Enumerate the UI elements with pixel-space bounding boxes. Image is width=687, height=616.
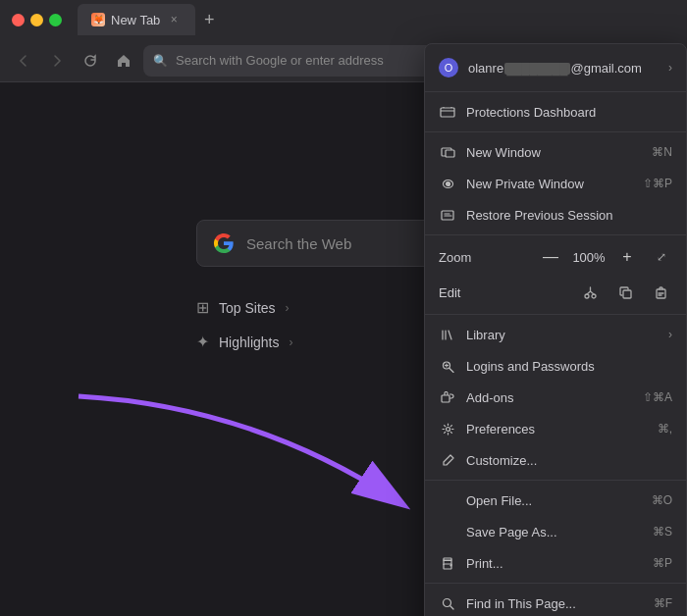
top-sites-arrow: › <box>286 301 290 315</box>
open-file-shortcut: ⌘O <box>652 493 672 507</box>
top-sites-icon: ⊞ <box>196 298 209 317</box>
library-section: Library › Logins and Passwords A <box>425 315 686 481</box>
zoom-out-button[interactable]: — <box>539 245 562 269</box>
save-page-icon <box>439 523 456 540</box>
addons-icon <box>439 388 456 406</box>
new-window-item[interactable]: New Window ⌘N <box>425 136 686 168</box>
edit-row: Edit <box>425 275 686 310</box>
restore-session-item[interactable]: Restore Previous Session <box>425 199 686 231</box>
tab-bar: 🦊 New Tab × + <box>78 4 675 35</box>
svg-point-24 <box>443 598 450 606</box>
save-page-shortcut: ⌘S <box>653 525 672 539</box>
print-item[interactable]: Print... ⌘P <box>425 547 686 579</box>
zoom-label: Zoom <box>439 250 539 265</box>
find-in-page-label: Find in This Page... <box>466 596 644 611</box>
new-private-window-shortcut: ⇧⌘P <box>643 177 672 190</box>
open-file-icon <box>439 491 456 509</box>
library-item[interactable]: Library › <box>425 319 686 350</box>
zoom-controls: — 100% + ⤢ <box>539 245 672 269</box>
restore-icon <box>439 206 456 224</box>
svg-rect-16 <box>623 290 631 298</box>
back-icon <box>17 54 30 68</box>
titlebar: 🦊 New Tab × + <box>0 0 687 39</box>
arrow-svg <box>59 377 432 534</box>
reload-icon <box>83 54 97 68</box>
close-traffic-light[interactable] <box>12 14 25 26</box>
protections-section: Protections Dashboard <box>425 92 686 132</box>
library-icon <box>439 326 456 343</box>
save-page-item[interactable]: Save Page As... ⌘S <box>425 516 686 547</box>
addons-label: Add-ons <box>466 390 633 405</box>
library-label: Library <box>466 328 659 342</box>
account-section: O olanre████████@gmail.com › <box>425 44 686 92</box>
copy-icon <box>619 286 632 299</box>
account-item[interactable]: O olanre████████@gmail.com › <box>425 48 686 87</box>
account-avatar: O <box>439 58 458 77</box>
protections-icon <box>439 103 456 121</box>
dropdown-menu: O olanre████████@gmail.com › Protections… <box>424 43 687 616</box>
address-bar-placeholder: Search with Google or enter address <box>176 53 384 68</box>
preferences-item[interactable]: Preferences ⌘, <box>425 413 686 444</box>
cut-button[interactable] <box>578 281 602 304</box>
customize-label: Customize... <box>466 453 672 468</box>
print-label: Print... <box>466 556 643 571</box>
active-tab[interactable]: 🦊 New Tab × <box>78 4 195 35</box>
edit-icons <box>578 281 672 304</box>
file-section: Open File... ⌘O Save Page As... ⌘S Print… <box>425 481 686 584</box>
protections-label: Protections Dashboard <box>466 105 672 120</box>
traffic-lights <box>12 14 62 26</box>
restore-session-label: Restore Previous Session <box>466 208 672 223</box>
paste-icon <box>655 286 667 299</box>
account-email: olanre████████@gmail.com <box>468 61 659 76</box>
tab-close-button[interactable]: × <box>166 12 182 27</box>
customize-item[interactable]: Customize... <box>425 444 686 476</box>
addons-item[interactable]: Add-ons ⇧⌘A <box>425 382 686 413</box>
zoom-expand-button[interactable]: ⤢ <box>651 246 672 268</box>
svg-rect-19 <box>442 395 449 402</box>
search-placeholder: Search the Web <box>246 235 351 252</box>
google-logo <box>213 232 235 254</box>
svg-point-20 <box>446 427 449 431</box>
window-section: New Window ⌘N New Private Window ⇧⌘P Res… <box>425 132 686 235</box>
new-private-window-item[interactable]: New Private Window ⇧⌘P <box>425 168 686 199</box>
find-in-page-item[interactable]: Find in This Page... ⌘F <box>425 588 686 616</box>
find-icon <box>439 594 456 612</box>
forward-icon <box>50 54 64 68</box>
home-button[interactable] <box>110 47 137 75</box>
new-tab-button[interactable]: + <box>195 6 223 33</box>
open-file-item[interactable]: Open File... ⌘O <box>425 485 686 516</box>
svg-point-12 <box>446 181 449 185</box>
copy-button[interactable] <box>613 281 637 304</box>
library-arrow: › <box>668 328 672 341</box>
minimize-traffic-light[interactable] <box>30 14 43 26</box>
forward-button[interactable] <box>43 47 71 75</box>
new-private-window-label: New Private Window <box>466 177 633 191</box>
zoom-value: 100% <box>570 250 608 265</box>
zoom-row: Zoom — 100% + ⤢ <box>425 239 686 275</box>
new-window-label: New Window <box>466 145 642 160</box>
search-icon: 🔍 <box>153 54 168 68</box>
print-shortcut: ⌘P <box>653 556 672 570</box>
top-sites-label: Top Sites <box>219 300 276 316</box>
paste-button[interactable] <box>649 281 672 304</box>
tab-title: New Tab <box>111 13 160 27</box>
account-arrow: › <box>668 61 672 75</box>
preferences-label: Preferences <box>466 422 648 436</box>
svg-rect-10 <box>446 150 454 157</box>
reload-button[interactable] <box>77 47 104 75</box>
save-page-label: Save Page As... <box>466 525 643 539</box>
zoom-in-button[interactable]: + <box>615 245 639 269</box>
maximize-traffic-light[interactable] <box>49 14 62 26</box>
logins-passwords-item[interactable]: Logins and Passwords <box>425 350 686 382</box>
find-in-page-shortcut: ⌘F <box>654 596 672 610</box>
svg-rect-22 <box>444 558 451 561</box>
back-button[interactable] <box>10 47 37 75</box>
find-section: Find in This Page... ⌘F More › Web Devel… <box>425 584 686 616</box>
highlights-label: Highlights <box>219 334 279 350</box>
preferences-icon <box>439 420 456 437</box>
logins-label: Logins and Passwords <box>466 359 672 374</box>
protections-dashboard-item[interactable]: Protections Dashboard <box>425 96 686 128</box>
zoom-edit-section: Zoom — 100% + ⤢ Edit <box>425 235 686 315</box>
highlights-icon: ✦ <box>196 333 209 351</box>
edit-label: Edit <box>439 285 578 300</box>
